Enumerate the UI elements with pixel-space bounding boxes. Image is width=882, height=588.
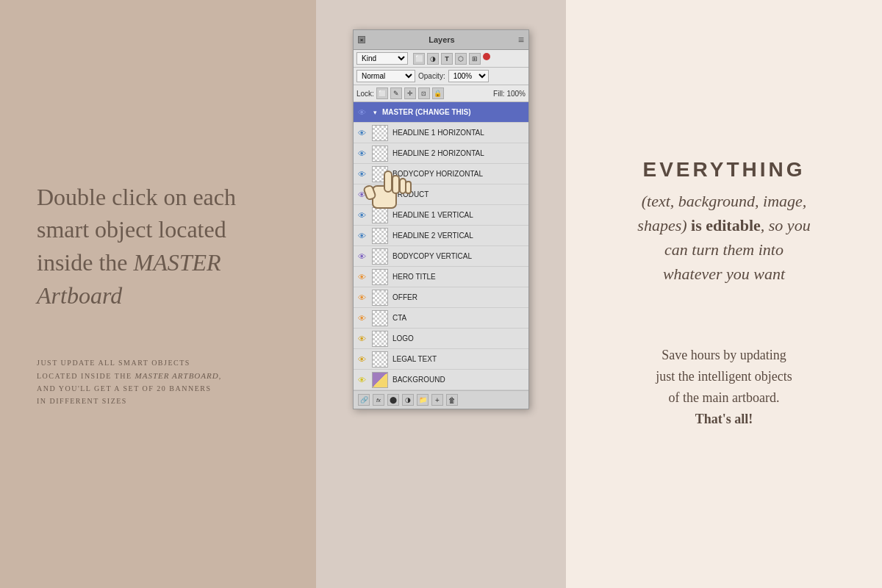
layer-logo[interactable]: 👁 LOGO bbox=[354, 329, 528, 349]
layer-name: HEADLINE 1 HORIZONTAL bbox=[390, 129, 528, 137]
eye-visibility[interactable]: 👁 bbox=[354, 232, 370, 240]
add-layer-icon[interactable]: + bbox=[431, 394, 443, 406]
smart-filter-icon[interactable]: ⊞ bbox=[469, 53, 481, 65]
layer-thumb bbox=[370, 331, 390, 347]
eye-visibility[interactable]: 👁 bbox=[354, 108, 370, 117]
layer-thumb bbox=[370, 248, 390, 265]
collapse-arrow[interactable]: ▾ bbox=[370, 109, 380, 116]
layer-background[interactable]: 👁 BACKGROUND bbox=[354, 370, 528, 390]
eye-icon: 👁 bbox=[358, 108, 366, 117]
layer-name: HEADLINE 2 HORIZONTAL bbox=[390, 149, 528, 157]
lock-position-icon[interactable]: ✎ bbox=[390, 87, 402, 99]
group-icon[interactable]: 📁 bbox=[417, 394, 429, 406]
titlebar-left: × bbox=[358, 36, 365, 43]
eye-icon: 👁 bbox=[358, 129, 366, 137]
eye-visibility[interactable]: 👁 bbox=[354, 129, 370, 137]
eye-icon: 👁 bbox=[358, 232, 366, 240]
eye-icon: 👁 bbox=[358, 170, 366, 179]
layer-thumb bbox=[370, 310, 390, 326]
eye-visibility[interactable]: 👁 bbox=[354, 190, 370, 199]
layer-bodycopyh[interactable]: 👁 BODYCOPY HORIZONTAL bbox=[354, 164, 528, 184]
panel-title: Layers bbox=[423, 32, 460, 47]
delete-layer-icon[interactable]: 🗑 bbox=[446, 394, 458, 406]
center-panel: × Layers ≡ Kind ⬜ ◑ T ⬡ ⊞ Normal Opa bbox=[316, 0, 566, 588]
right-top-section: EVERYTHING (text, background, image,shap… bbox=[637, 158, 810, 286]
eye-icon: 👁 bbox=[358, 314, 366, 323]
layer-name: CTA bbox=[390, 314, 528, 322]
layer-thumb bbox=[370, 146, 390, 162]
eye-visibility[interactable]: 👁 bbox=[354, 252, 370, 261]
panel-menu-icon[interactable]: ≡ bbox=[518, 34, 524, 46]
blend-row: Normal Opacity: 100% bbox=[354, 68, 528, 85]
lock-move-icon[interactable]: ✛ bbox=[404, 87, 416, 99]
everything-heading: EVERYTHING bbox=[637, 158, 810, 182]
layer-headline2h[interactable]: 👁 HEADLINE 2 HORIZONTAL bbox=[354, 143, 528, 164]
layer-thumb bbox=[370, 269, 390, 285]
lock-artboard-icon[interactable]: ⊡ bbox=[418, 87, 430, 99]
eye-visibility[interactable]: 👁 bbox=[354, 170, 370, 179]
eye-visibility[interactable]: 👁 bbox=[354, 376, 370, 384]
eye-icon: 👁 bbox=[358, 149, 366, 158]
layer-name: MASTER (CHANGE THIS) bbox=[380, 108, 528, 116]
layer-master[interactable]: 👁 ▾ MASTER (CHANGE THIS) bbox=[354, 102, 528, 123]
save-hours-text: Save hours by updatingjust the intellige… bbox=[656, 345, 792, 429]
layers-list: 👁 ▾ MASTER (CHANGE THIS) 👁 HEADLINE 1 HO… bbox=[354, 102, 528, 390]
bottom-icons: 🔗 fx ⬤ ◑ 📁 + 🗑 bbox=[358, 394, 458, 406]
pixel-filter-icon[interactable]: ⬜ bbox=[413, 53, 425, 65]
layer-product[interactable]: 👁 PRODUCT bbox=[354, 184, 528, 205]
layer-herotitle[interactable]: 👁 HERO TITLE bbox=[354, 267, 528, 287]
layer-headline2v[interactable]: 👁 HEADLINE 2 VERTICAL bbox=[354, 226, 528, 246]
link-icon[interactable]: 🔗 bbox=[358, 394, 370, 406]
opacity-label: Opacity: bbox=[418, 72, 445, 80]
eye-visibility[interactable]: 👁 bbox=[354, 211, 370, 220]
layer-legaltext[interactable]: 👁 LEGAL TEXT bbox=[354, 349, 528, 370]
filter-select[interactable]: Kind bbox=[356, 52, 408, 65]
blend-mode-select[interactable]: Normal bbox=[356, 70, 415, 82]
eye-visibility[interactable]: 👁 bbox=[354, 293, 370, 302]
color-filter-icon[interactable] bbox=[483, 53, 490, 60]
lock-row: Lock: ⬜ ✎ ✛ ⊡ 🔒 Fill: 100% bbox=[354, 85, 528, 102]
opacity-select[interactable]: 100% bbox=[448, 70, 489, 82]
bottom-line-3: AND YOU'LL GET A SET OF 20 BANNERS bbox=[37, 384, 212, 392]
layer-thumb bbox=[370, 290, 390, 306]
eye-visibility[interactable]: 👁 bbox=[354, 273, 370, 282]
text-filter-icon[interactable]: T bbox=[441, 53, 453, 65]
layer-name: HEADLINE 1 VERTICAL bbox=[390, 211, 528, 219]
layer-name: LEGAL TEXT bbox=[390, 355, 528, 363]
eye-visibility[interactable]: 👁 bbox=[354, 334, 370, 343]
layer-thumb bbox=[370, 372, 390, 388]
eye-icon: 👁 bbox=[358, 273, 366, 282]
lock-label: Lock: bbox=[356, 90, 374, 98]
fx-icon[interactable]: fx bbox=[373, 394, 384, 406]
layer-offer[interactable]: 👁 OFFER bbox=[354, 287, 528, 308]
lock-pixels-icon[interactable]: ⬜ bbox=[376, 87, 388, 99]
thats-all-text: That's all! bbox=[695, 412, 753, 426]
layer-name: HERO TITLE bbox=[390, 273, 528, 281]
close-button[interactable]: × bbox=[358, 36, 365, 43]
eye-icon: 👁 bbox=[358, 355, 366, 364]
eye-visibility[interactable]: 👁 bbox=[354, 314, 370, 323]
bottom-line-1: JUST UPDATE ALL SMART OBJECTS bbox=[37, 359, 190, 367]
bottom-line-2: LOCATED INSIDE THE MASTER ARTBOARD, bbox=[37, 372, 222, 380]
right-panel: EVERYTHING (text, background, image,shap… bbox=[566, 0, 882, 588]
mask-icon[interactable]: ⬤ bbox=[387, 394, 399, 406]
layer-headline1v[interactable]: 👁 HEADLINE 1 VERTICAL bbox=[354, 205, 528, 226]
adjustment-icon[interactable]: ◑ bbox=[402, 394, 414, 406]
layer-cta[interactable]: 👁 CTA bbox=[354, 308, 528, 329]
filter-row: Kind ⬜ ◑ T ⬡ ⊞ bbox=[354, 50, 528, 68]
left-panel: Double click on each smart object locate… bbox=[0, 0, 316, 588]
lock-all-icon[interactable]: 🔒 bbox=[432, 87, 444, 99]
eye-visibility[interactable]: 👁 bbox=[354, 149, 370, 158]
eye-visibility[interactable]: 👁 bbox=[354, 355, 370, 364]
layer-headline1h[interactable]: 👁 HEADLINE 1 HORIZONTAL bbox=[354, 123, 528, 143]
layer-name: OFFER bbox=[390, 293, 528, 301]
eye-icon: 👁 bbox=[358, 293, 366, 302]
shape-filter-icon[interactable]: ⬡ bbox=[455, 53, 467, 65]
layer-bodycopyv[interactable]: 👁 BODYCOPY VERTICAL bbox=[354, 246, 528, 267]
photoshop-layers-panel: × Layers ≡ Kind ⬜ ◑ T ⬡ ⊞ Normal Opa bbox=[353, 29, 529, 409]
adjustment-filter-icon[interactable]: ◑ bbox=[427, 53, 439, 65]
layer-thumb bbox=[370, 166, 390, 182]
layer-thumb bbox=[370, 207, 390, 223]
layer-thumb bbox=[370, 125, 390, 141]
eye-icon: 👁 bbox=[358, 211, 366, 220]
